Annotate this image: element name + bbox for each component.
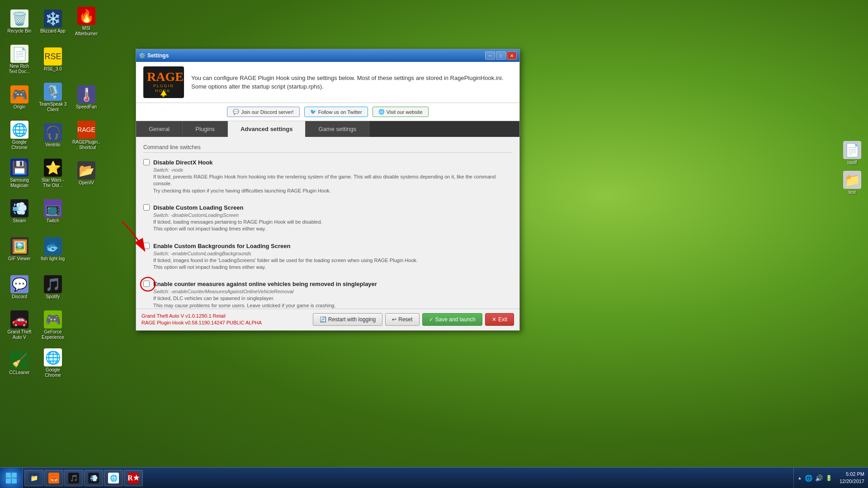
desktop-icon-fish[interactable]: 🐟 fish light log xyxy=(37,231,69,267)
rage-icon: RAGE xyxy=(77,121,95,139)
save-launch-button[interactable]: ✓ Save and launch xyxy=(422,313,482,326)
desktop-icon-gif[interactable]: 🖼️ GIF Viewer xyxy=(4,231,35,267)
taskbar-item-explorer[interactable]: 📁 xyxy=(24,470,43,486)
exit-icon: ✕ xyxy=(492,316,496,323)
desktop-icon-recycle[interactable]: 🗑️ Recycle Bin xyxy=(4,4,35,40)
desktop-icon-spotify[interactable]: 🎵 Spotify xyxy=(37,269,69,305)
tray-arrow-icon[interactable]: ▲ xyxy=(797,475,802,480)
textdoc-icon: 📄 xyxy=(10,45,28,63)
reset-button[interactable]: ↩ Reset xyxy=(385,313,419,326)
minimize-button[interactable]: ─ xyxy=(485,52,495,60)
ccleaner-label: CCLeaner xyxy=(9,370,30,375)
discord-button[interactable]: 💬 Join our Discord server! xyxy=(227,107,299,117)
twitter-btn-label: Follow us on Twitter xyxy=(318,109,362,115)
setting-disable-directx: Disable DirectX Hook Switch: -nodx If ti… xyxy=(143,156,512,196)
gif-label: GIF Viewer xyxy=(8,256,31,262)
spotify-taskbar-icon: 🎵 xyxy=(68,473,79,483)
desktop-icon-speedfan[interactable]: 🌡️ SpeedFan xyxy=(71,80,102,116)
desktop-icon-samsung[interactable]: 💾 Samsung Magician xyxy=(4,155,35,192)
battery-icon: 🔋 xyxy=(826,475,832,481)
teamspeak-label: TeamSpeak 3 Client xyxy=(39,102,67,113)
website-btn-label: Visit our website xyxy=(387,109,423,115)
desktop-icon-rse[interactable]: RSE RSE_3.0 xyxy=(37,42,69,78)
taskbar-item-chrome[interactable]: 🌐 xyxy=(104,470,123,486)
discord-icon: 💬 xyxy=(10,275,28,293)
restart-logging-button[interactable]: 🔄 Restart with logging xyxy=(313,313,382,326)
rage-label: RAGEPlugin... Shortcut xyxy=(72,140,100,150)
desktop-icon-chrome2[interactable]: 🌐 Google Chrome xyxy=(37,345,69,381)
msi-label: MSI Afterburner xyxy=(72,26,100,37)
close-button[interactable]: ✕ xyxy=(507,52,517,60)
svg-rect-8 xyxy=(6,473,11,478)
chrome2-label: Google Chrome xyxy=(39,367,67,378)
restart-icon: 🔄 xyxy=(320,316,326,323)
speedfan-label: SpeedFan xyxy=(76,104,97,110)
taskbar-items: 📁 🦊 🎵 💨 🌐 R★ xyxy=(23,468,793,488)
checkbox-counter-measures[interactable] xyxy=(143,281,150,287)
setting-counter-desc: If ticked, DLC vehicles can be spawned i… xyxy=(153,295,377,309)
tab-plugins[interactable]: Plugins xyxy=(183,121,228,137)
desktop-icon-twitch[interactable]: 📺 Twitch xyxy=(37,193,69,230)
taskbar-item-firefox[interactable]: 🦊 xyxy=(44,470,63,486)
desktop-icon-chrome[interactable]: 🌐 Google Chrome xyxy=(4,117,35,154)
setting-loading-content: Disable Custom Loading Screen Switch: -d… xyxy=(153,203,322,233)
textdoc-label: New Rich Text Doc... xyxy=(5,64,33,75)
rse-icon: RSE xyxy=(44,47,62,66)
desktop-icons-area: 🗑️ Recycle Bin ❄️ Blizzard App 🔥 MSI Aft… xyxy=(0,0,108,407)
desktop-icon-msi[interactable]: 🔥 MSI Afterburner xyxy=(71,4,102,40)
discord-label: Discord xyxy=(12,294,27,300)
desktop-icon-steam[interactable]: 💨 Steam xyxy=(4,193,35,230)
setting-directx-desc: If ticked, prevents RAGE Plugin Hook fro… xyxy=(153,174,512,194)
desktop-icon-test[interactable]: 📁 test xyxy=(841,169,863,197)
gta-icon: 🚗 xyxy=(10,310,28,328)
tab-game[interactable]: Game settings xyxy=(306,121,369,137)
blizzard-icon: ❄️ xyxy=(44,9,62,28)
steam-icon: 💨 xyxy=(10,199,28,217)
checkbox-disable-directx[interactable] xyxy=(143,159,150,165)
scrollable-content[interactable]: Command line switches Disable DirectX Ho… xyxy=(136,137,519,309)
desktop-icon-openlv[interactable]: 📂 OpenIV xyxy=(71,155,102,192)
desktop-icon-origin[interactable]: 🎮 Origin xyxy=(4,80,35,116)
checkbox-disable-loading[interactable] xyxy=(143,204,150,211)
desktop-icon-gta[interactable]: 🚗 Grand Theft Auto V xyxy=(4,307,35,343)
desktop-icon-teamspeak[interactable]: 🎙️ TeamSpeak 3 Client xyxy=(37,80,69,116)
tab-advanced[interactable]: Advanced settings xyxy=(228,121,306,137)
clock-date: 12/20/2017 xyxy=(840,478,864,485)
start-button[interactable] xyxy=(0,468,23,488)
taskbar-item-spotify[interactable]: 🎵 xyxy=(64,470,83,486)
maximize-button[interactable]: □ xyxy=(496,52,506,60)
desktop-icon-ispdf[interactable]: 📄 ispdf xyxy=(841,139,863,167)
setting-directx-name: Disable DirectX Hook xyxy=(153,159,213,166)
desktop-icon-ventrilo[interactable]: 🎧 Ventrilo xyxy=(37,117,69,154)
game-info: Grand Theft Auto V v1.0.1290.1 Retail RA… xyxy=(142,313,262,327)
volume-icon[interactable]: 🔊 xyxy=(815,474,823,482)
desktop-icon-starwars[interactable]: ⭐ Star Wars - The Old... xyxy=(37,155,69,192)
setting-backgrounds-switch: Switch: -enableCustomLoadingBackgrounds xyxy=(153,251,418,256)
starwars-label: Star Wars - The Old... xyxy=(39,178,67,188)
desktop-icon-textdoc[interactable]: 📄 New Rich Text Doc... xyxy=(4,42,35,78)
desktop-icon-ccleaner[interactable]: 🧹 CCLeaner xyxy=(4,345,35,381)
desktop-icons-right: 📄 ispdf 📁 test xyxy=(836,0,868,201)
setting-backgrounds-desc: If ticked, images found in the 'LoadingS… xyxy=(153,257,418,271)
setting-counter-name: Enable counter measures against online v… xyxy=(153,281,377,287)
desktop-icon-discord[interactable]: 💬 Discord xyxy=(4,269,35,305)
desktop-icon-blizzard[interactable]: ❄️ Blizzard App xyxy=(37,4,69,40)
window-titlebar: ⚙️ Settings ─ □ ✕ xyxy=(136,49,519,62)
tab-general[interactable]: General xyxy=(136,121,183,137)
openlv-icon: 📂 xyxy=(77,161,95,179)
taskbar-item-steam[interactable]: 💨 xyxy=(84,470,103,486)
desktop-icon-geforce[interactable]: 🎮 GeForce Experience xyxy=(37,307,69,343)
setting-row-counter: Enable counter measures against online v… xyxy=(143,280,512,309)
taskbar-clock[interactable]: 5:02 PM 12/20/2017 xyxy=(836,471,868,485)
settings-gear-icon: ⚙️ xyxy=(139,52,146,59)
firefox-taskbar-icon: 🦊 xyxy=(48,473,59,483)
desktop-icon-rage[interactable]: RAGE RAGEPlugin... Shortcut xyxy=(71,117,102,154)
discord-btn-icon: 💬 xyxy=(233,109,239,115)
test-label: test xyxy=(849,190,856,195)
svg-text:RAGE: RAGE xyxy=(147,70,184,84)
taskbar-item-rockstar[interactable]: R★ xyxy=(124,470,143,486)
exit-button[interactable]: ✕ Exit xyxy=(485,313,514,326)
checkbox-custom-backgrounds[interactable] xyxy=(143,243,150,249)
twitter-button[interactable]: 🐦 Follow us on Twitter xyxy=(304,107,368,117)
website-button[interactable]: 🌐 Visit our website xyxy=(373,107,429,117)
